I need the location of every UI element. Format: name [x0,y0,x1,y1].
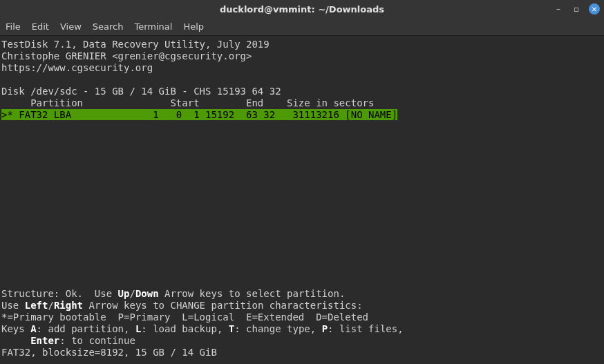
minimize-icon[interactable]: – [553,3,564,15]
app-header-3: https://www.cgsecurity.org [1,62,153,73]
maximize-icon[interactable]: ▫ [571,3,582,15]
key-p: P [322,323,328,334]
key-t: T [229,323,234,334]
terminal-output-bottom: Structure: Ok. Use Up/Down Arrow keys to… [1,288,404,358]
window-controls: – ▫ ✕ [553,3,600,15]
key-up: Up [118,288,130,299]
menu-edit[interactable]: Edit [32,21,49,32]
terminal-output-top: TestDisk 7.1, Data Recovery Utility, Jul… [1,39,397,121]
key-down: Down [135,288,159,299]
menu-search[interactable]: Search [93,21,124,32]
menu-view[interactable]: View [60,21,82,32]
window-title: ducklord@vmmint: ~/Downloads [220,4,384,15]
partition-legend: *=Primary bootable P=Primary L=Logical E… [1,312,368,323]
menubar: File Edit View Search Terminal Help [0,18,604,36]
disk-info: Disk /dev/sdc - 15 GB / 14 GiB - CHS 151… [1,86,281,97]
menu-file[interactable]: File [6,21,21,32]
menu-terminal[interactable]: Terminal [134,21,172,32]
partition-table-header: Partition Start End Size in sectors [1,97,374,108]
key-right: Right [54,300,83,311]
partition-row-selected[interactable]: >* FAT32 LBA 1 0 1 15192 63 32 31113216 … [1,109,397,120]
titlebar: ducklord@vmmint: ~/Downloads – ▫ ✕ [0,0,604,18]
close-icon[interactable]: ✕ [589,3,600,15]
app-header-1: TestDisk 7.1, Data Recovery Utility, Jul… [1,39,270,50]
key-enter: Enter [30,335,59,346]
app-header-2: Christophe GRENIER <grenier@cgsecurity.o… [1,50,252,61]
filesystem-info: FAT32, blocksize=8192, 15 GB / 14 GiB [1,347,217,358]
key-a: A [30,323,36,334]
menu-help[interactable]: Help [183,21,204,32]
terminal[interactable]: TestDisk 7.1, Data Recovery Utility, Jul… [0,36,604,364]
structure-status: Structure: Ok. Use [1,288,118,299]
key-left: Left [25,300,48,311]
